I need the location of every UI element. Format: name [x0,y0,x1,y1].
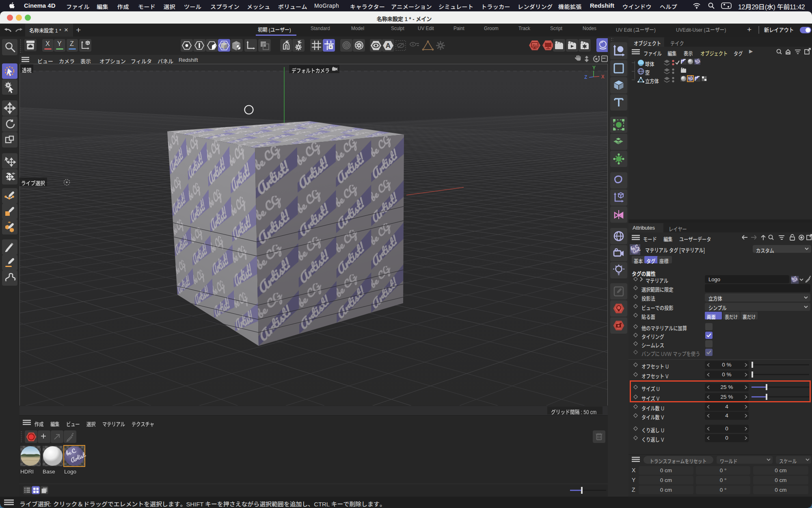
svg-text:Y: Y [592,65,596,71]
svg-text:Z: Z [584,74,587,80]
svg-text:RV: RV [532,43,537,48]
svg-text:X: X [601,74,605,80]
svg-text:A: A [386,42,391,50]
